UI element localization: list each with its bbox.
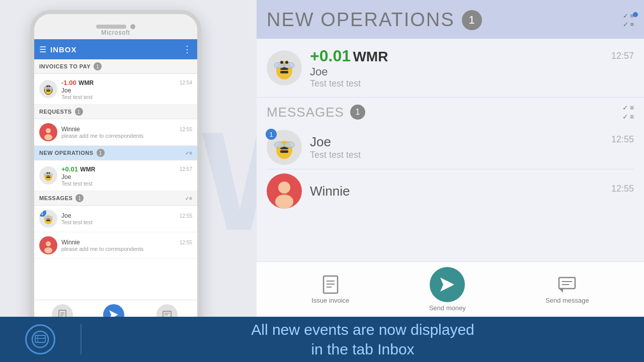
right-winnie-msg-time: 12:55 <box>611 184 634 199</box>
right-joe-msg-time: 12:55 <box>611 134 634 150</box>
right-op-top: +0.01 WMR 12:57 <box>310 47 634 65</box>
right-op-name: Joe <box>310 65 634 78</box>
request-desc: please add me to correspondents <box>61 133 192 139</box>
message-winnie-content: Winnie 12:55 please add me to correspond… <box>61 239 192 252</box>
right-op-row: +0.01 WMR 12:57 Joe Test test test <box>267 47 634 89</box>
right-messages-actions: ✓≡ ✓≡ <box>622 104 634 121</box>
invoice-desc: Test test test <box>61 94 192 100</box>
svg-rect-4 <box>46 90 50 92</box>
right-issue-invoice-btn[interactable]: Issue invoice <box>311 275 349 304</box>
new-op-name: Joe <box>61 173 192 180</box>
caption-line2: in the tab Inbox <box>311 341 414 357</box>
right-header-actions: ✓ ≡ ✓ ≡ <box>623 12 634 28</box>
svg-rect-15 <box>46 177 50 178</box>
requests-section-header: REQUESTS 1 <box>34 105 197 119</box>
new-op-top: +0.01 WMR 12:57 <box>61 164 192 173</box>
new-ops-label: NEW OPERATIONS <box>39 150 94 156</box>
caption-logo-icon <box>25 324 55 354</box>
right-joe-msg-name: Joe <box>310 134 331 150</box>
right-op-amount: +0.01 <box>310 47 351 65</box>
right-msg-icon <box>557 275 577 295</box>
svg-point-7 <box>47 86 48 87</box>
right-send-money-btn[interactable]: Send money <box>429 267 466 312</box>
svg-rect-48 <box>280 150 288 153</box>
svg-point-17 <box>48 173 53 176</box>
message-winnie-time: 12:55 <box>180 240 192 245</box>
invoice-item[interactable]: -1.00 WMR 12:54 Joe Test test test <box>34 74 197 105</box>
caption-text: All new events are now displayed in the … <box>251 320 474 359</box>
caption-text-area: All new events are now displayed in the … <box>82 320 644 359</box>
phone-screen: ☰ INBOX ⋮ INVOICES TO PAY 1 <box>34 39 197 338</box>
invoices-badge: 1 <box>94 62 102 70</box>
caption-line1: All new events are now displayed <box>251 321 474 338</box>
message-item-winnie[interactable]: Winnie 12:55 please add me to correspond… <box>34 232 197 259</box>
invoices-section-header: INVOICES TO PAY 1 <box>34 59 197 74</box>
request-time: 12:55 <box>180 127 192 132</box>
right-messages-title: MESSAGES <box>267 105 344 120</box>
svg-point-62 <box>32 331 48 347</box>
new-op-item[interactable]: +0.01 WMR 12:57 Joe Test test test <box>34 160 197 191</box>
right-send-money-svg <box>438 276 456 294</box>
svg-point-44 <box>285 61 288 64</box>
phone-speaker <box>96 25 126 29</box>
inbox-header: ☰ INBOX ⋮ <box>34 39 197 59</box>
message-joe-desc: Test test test <box>61 219 192 225</box>
message-winnie-name: Winnie <box>61 239 80 246</box>
message-joe-avatar: 1 <box>39 210 57 228</box>
wmr-logo-icon <box>31 330 49 348</box>
right-header-title-group: NEW OPERATIONS 1 <box>267 9 482 31</box>
right-msg-check-1: ✓≡ <box>622 104 634 112</box>
right-winnie-msg-name: Winnie <box>310 184 350 199</box>
right-joe-msg-desc: Test test test <box>310 150 634 160</box>
message-item-joe[interactable]: 1 Joe 12:55 Test test test <box>34 206 197 232</box>
right-op-desc: Test test test <box>310 78 634 89</box>
new-op-avatar <box>39 166 57 185</box>
svg-point-18 <box>47 172 48 174</box>
requests-badge: 1 <box>75 108 83 116</box>
message-winnie-top: Winnie 12:55 <box>61 239 192 246</box>
right-joe-msg-content: Joe 12:55 Test test test <box>310 134 634 160</box>
right-header-title: NEW OPERATIONS <box>267 9 455 31</box>
inbox-menu-icon[interactable]: ⋮ <box>183 44 192 55</box>
right-op-avatar <box>267 50 302 85</box>
messages-label: MESSAGES <box>39 195 72 201</box>
right-panel: NEW OPERATIONS 1 ✓ ≡ ✓ ≡ <box>257 0 644 362</box>
right-bee-icon <box>267 50 302 85</box>
right-op-time: 12:57 <box>611 51 634 61</box>
message-winnie-avatar <box>39 236 57 254</box>
right-msg-joe[interactable]: 1 Joe 12:55 Test test test <box>267 126 634 169</box>
right-send-money-icon <box>430 267 465 302</box>
invoice-content: -1.00 WMR 12:54 Joe Test test test <box>61 78 192 100</box>
svg-point-53 <box>275 195 293 209</box>
new-op-desc: Test test test <box>61 180 192 187</box>
right-winnie-avatar-icon <box>267 173 302 209</box>
invoice-amount: -1.00 <box>61 79 76 86</box>
phone-brand: Microsoft <box>101 29 130 36</box>
request-top: Winnie 12:55 <box>61 126 192 133</box>
svg-rect-23 <box>46 220 50 222</box>
message-joe-content: Joe 12:55 Test test test <box>61 212 192 225</box>
phone-device: Microsoft ☰ INBOX ⋮ INVOICES TO PAY 1 <box>30 10 201 342</box>
svg-point-27 <box>46 241 51 246</box>
right-messages-badge: 1 <box>350 105 365 120</box>
request-avatar <box>39 123 57 141</box>
right-send-message-btn[interactable]: Send message <box>545 275 589 304</box>
request-item[interactable]: Winnie 12:55 please add me to correspond… <box>34 119 197 146</box>
new-ops-section-header: NEW OPERATIONS 1 ✓≡ <box>34 146 197 160</box>
right-panel-header: NEW OPERATIONS 1 ✓ ≡ ✓ ≡ <box>257 0 644 39</box>
inbox-header-left: ☰ INBOX <box>39 45 77 54</box>
request-content: Winnie 12:55 please add me to correspond… <box>61 126 192 139</box>
request-name: Winnie <box>61 126 80 133</box>
new-ops-badge: 1 <box>97 149 105 157</box>
svg-point-10 <box>46 128 51 133</box>
new-op-time: 12:57 <box>180 166 192 172</box>
hamburger-icon[interactable]: ☰ <box>39 45 46 54</box>
right-operation-item[interactable]: +0.01 WMR 12:57 Joe Test test test <box>257 39 644 98</box>
right-msg-winnie-avatar <box>267 173 302 209</box>
inbox-title: INBOX <box>50 45 77 54</box>
right-msg-winnie[interactable]: Winnie 12:55 <box>267 169 634 213</box>
right-check-row-2: ✓ ≡ <box>623 21 634 28</box>
right-check-row-1: ✓ ≡ <box>623 12 634 20</box>
bee-icon <box>39 80 57 98</box>
svg-point-19 <box>49 172 50 174</box>
